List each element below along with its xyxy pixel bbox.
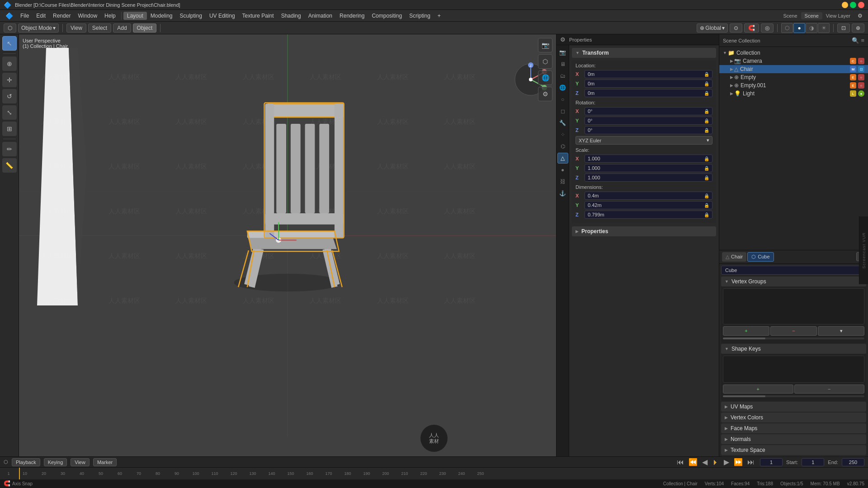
menu-window[interactable]: Window [74,12,101,20]
material-shading[interactable]: ◑ [806,23,817,33]
output-props-tab[interactable]: 🖥 [557,59,568,70]
material-tab[interactable]: ● [557,164,568,175]
remove-vg-btn[interactable]: − [770,326,817,336]
add-menu[interactable]: Add [113,23,131,33]
rotation-mode-dropdown[interactable]: XYZ Euler ▾ [576,136,712,145]
object-data-tab[interactable]: △ [557,153,568,164]
annotate-tool[interactable]: ✏ [2,142,17,156]
gizmo-toggle[interactable]: ⊕ [852,23,864,33]
timeline-ruler[interactable]: 1 10 20 30 40 50 60 70 80 90 100 110 120… [0,468,868,479]
scale-x-input[interactable]: 1.000 🔒 [585,155,712,163]
rot-z-input[interactable]: 0° 🔒 [585,126,712,134]
proportional-edit[interactable]: ◎ [761,23,774,33]
rot-y-input[interactable]: 0° 🔒 [585,117,712,125]
menu-edit[interactable]: Edit [33,12,49,20]
next-keyframe-btn[interactable]: ▶ [722,459,731,466]
outliner-item-empty001[interactable]: ▶ ⊕ Empty.001 E ○ [719,81,868,89]
view-layer-tab[interactable]: 🗂 [557,70,568,81]
menu-help[interactable]: Help [101,12,119,20]
outliner-item-camera[interactable]: ▶ 📷 Camera C ○ [719,57,868,65]
menu-scripting[interactable]: Scripting [406,12,434,20]
object-menu[interactable]: Object [133,23,157,33]
menu-add-workspace[interactable]: + [434,12,444,20]
physics-tab[interactable]: ⌬ [557,141,568,152]
loc-y-input[interactable]: 0m 🔒 [585,80,712,88]
ts-header[interactable]: ▶ Texture Space [721,445,866,455]
rotate-tool[interactable]: ↺ [2,89,17,103]
vp-settings-btn[interactable]: ⚙ [538,87,552,101]
vc-header[interactable]: ▶ Vertex Colors [721,413,866,422]
menu-layout[interactable]: Layout [123,12,147,20]
object-tab[interactable]: ◻ [557,106,568,117]
outliner-filter[interactable]: ≡ [861,37,864,44]
outliner-item-light[interactable]: ▶ 💡 Light L ● [719,89,868,98]
loc-x-input[interactable]: 0m 🔒 [585,70,712,78]
keying-btn[interactable]: Keying [44,458,67,466]
scene-tab[interactable]: 🌐 [557,82,568,93]
menu-rendering[interactable]: Rendering [336,12,368,20]
jump-start-btn[interactable]: ⏮ [675,459,686,466]
add-sk-btn[interactable]: + [723,385,793,394]
scene-settings[interactable]: ⚙ [854,12,866,20]
menu-render[interactable]: Render [49,12,74,20]
move-tool[interactable]: ✛ [2,73,17,87]
fm-header[interactable]: ▶ Face Maps [721,423,866,433]
scene-selector[interactable]: Scene [801,12,822,19]
menu-compositing[interactable]: Compositing [368,12,406,20]
transform-tool[interactable]: ⊞ [2,122,17,136]
add-vg-btn[interactable]: + [723,326,769,336]
normals-header[interactable]: ▶ Normals [721,434,866,444]
prev-keyframe-btn[interactable]: ◀ [700,459,709,466]
end-frame-input[interactable]: 250 [842,458,864,466]
scale-tool[interactable]: ⤡ [2,105,17,120]
menu-uv-editing[interactable]: UV Editing [206,12,239,20]
dim-y-input[interactable]: 0.42m 🔒 [585,201,712,209]
play-btn[interactable]: ⏵ [710,459,721,466]
select-menu[interactable]: Select [88,23,111,33]
close-button[interactable] [858,2,864,8]
viewport-icon[interactable]: ⬡ [4,23,16,33]
uv-maps-header[interactable]: ▶ UV Maps [721,402,866,412]
rendered-shading[interactable]: ☀ [818,23,830,33]
outliner-item-collection[interactable]: ▼ 📁 Collection [719,49,868,57]
outliner-item-chair[interactable]: ▶ △ Chair M ⊡ [719,65,868,73]
timeline-menu-btn[interactable]: ⬡ [4,459,8,465]
menu-file[interactable]: File [17,12,33,20]
select-tool[interactable]: ↖ [2,36,17,51]
outliner-search[interactable]: 🔍 [852,37,859,44]
dim-z-input[interactable]: 0.799m 🔒 [585,211,712,219]
current-frame-input[interactable]: 1 [760,458,783,466]
transform-orientation[interactable]: ⊕ Global ▾ [697,23,728,33]
remove-sk-btn[interactable]: − [794,385,865,394]
menu-blender[interactable]: 🔷 [2,11,17,20]
solid-shading[interactable]: ● [793,23,805,33]
viewport[interactable]: 人人素材区 人人素材区 人人素材区 人人素材区 人人素材区 人人素材区 人人素材… [19,34,556,466]
cursor-tool[interactable]: ⊕ [2,56,17,71]
view-btn[interactable]: View [71,458,90,466]
maximize-button[interactable] [850,2,856,8]
dim-x-input[interactable]: 0.4m 🔒 [585,192,712,200]
snap-toggle[interactable]: 🧲 [744,23,759,33]
mode-selector[interactable]: Object Mode ▾ [18,23,59,33]
viewport-overlays[interactable]: ⊡ [837,23,850,33]
rot-x-input[interactable]: 0° 🔒 [585,107,712,115]
particles-tab[interactable]: ⁘ [557,129,568,140]
menu-texture-paint[interactable]: Texture Paint [239,12,278,20]
mesh-name-field[interactable]: Cube [721,266,866,275]
wireframe-shading[interactable]: ⬡ [781,23,793,33]
properties-section-header[interactable]: ▶ Properties [572,226,716,236]
camera-view-btn[interactable]: 📷 [538,38,552,52]
minimize-button[interactable] [842,2,848,8]
transform-pivot[interactable]: ⊙ [730,23,742,33]
object-constraints-tab[interactable]: ⚓ [557,188,568,199]
scale-y-input[interactable]: 1.000 🔒 [585,164,712,172]
transform-section-header[interactable]: ▼ Transform [572,48,716,58]
measure-tool[interactable]: 📏 [2,158,17,173]
menu-shading[interactable]: Shading [278,12,305,20]
render-props-tab[interactable]: 📷 [557,47,568,58]
chair-tab[interactable]: △ Chair [722,252,746,262]
playback-btn[interactable]: Playback [12,458,40,466]
local-global-btn[interactable]: 🌐 [538,70,552,85]
constraints-tab[interactable]: ⛓ [557,176,568,187]
jump-end-btn[interactable]: ⏭ [745,459,756,466]
